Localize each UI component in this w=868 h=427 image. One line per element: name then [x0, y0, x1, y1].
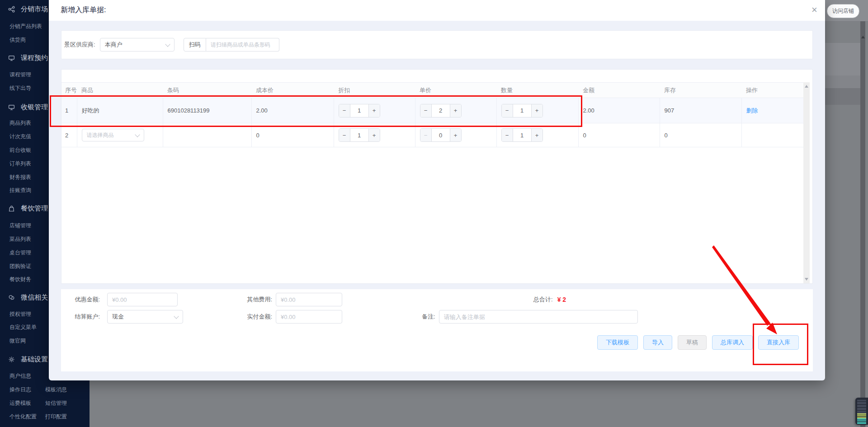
stepper-value[interactable]: 1 — [513, 129, 531, 141]
minus-button[interactable]: − — [339, 129, 350, 141]
scroll-up-icon[interactable] — [805, 85, 808, 88]
scroll-down-icon[interactable] — [805, 278, 808, 281]
delete-link[interactable]: 删除 — [746, 107, 758, 114]
sidebar-item-groupon-verify[interactable]: 团购验证 — [9, 263, 31, 270]
sidebar-section-catering[interactable]: 餐饮管理 — [8, 204, 48, 213]
product-select[interactable]: 请选择商品 — [82, 129, 144, 141]
plus-button[interactable]: + — [531, 129, 542, 141]
sidebar-item-dish-list[interactable]: 菜品列表 — [9, 235, 31, 243]
visit-shop-button[interactable]: 访问店铺 — [827, 4, 859, 18]
discount-stepper[interactable]: − 1 + — [339, 104, 380, 117]
remark-label: 备注: — [422, 313, 435, 321]
direct-inbound-button[interactable]: 直接入库 — [758, 335, 799, 350]
sidebar-item-product-list[interactable]: 商品列表 — [9, 119, 31, 127]
sidebar-section-label: 收银管理 — [21, 103, 48, 112]
minus-button[interactable]: − — [502, 129, 513, 141]
price-stepper[interactable]: − 2 + — [420, 104, 462, 117]
sidebar-section-wechat[interactable]: 微信相关 — [8, 293, 48, 302]
sidebar-item-catering-finance[interactable]: 餐饮财务 — [9, 276, 31, 283]
sidebar-item-custom-menu[interactable]: 自定义菜单 — [9, 324, 37, 331]
sidebar-item-finance-report[interactable]: 财务报表 — [9, 174, 31, 181]
remark-input[interactable] — [439, 310, 638, 324]
sidebar-section-settings[interactable]: 基础设置 — [8, 355, 48, 364]
minus-button[interactable]: − — [339, 104, 350, 117]
performance-widget-icon[interactable] — [855, 398, 868, 425]
modal-title: 新增入库单据: — [61, 5, 106, 15]
stepper-value[interactable]: 2 — [432, 104, 450, 117]
page-scrollbar[interactable] — [860, 21, 865, 427]
stepper-value[interactable]: 1 — [350, 129, 368, 141]
qty-stepper[interactable]: − 1 + — [501, 104, 543, 117]
discount-amount-input[interactable] — [107, 293, 178, 306]
sidebar-item-offline-export[interactable]: 线下出导 — [9, 84, 31, 92]
discount-amount-label: 优惠金额: — [67, 296, 100, 304]
plus-button[interactable]: + — [450, 104, 461, 117]
sidebar-item-sms-mgmt[interactable]: 短信管理 — [45, 399, 67, 407]
plus-button[interactable]: + — [368, 129, 380, 141]
plus-button[interactable]: + — [531, 104, 542, 117]
settle-account-select[interactable]: 现金 — [107, 310, 183, 324]
plus-button[interactable]: + — [368, 104, 380, 117]
sidebar-item-front-cashier[interactable]: 前台收银 — [9, 146, 31, 154]
sidebar-item-recharge[interactable]: 计次充值 — [9, 133, 31, 140]
widget-gray-bars — [857, 400, 866, 413]
cell-product: 好吃的 — [77, 98, 163, 123]
sidebar-item-print-config[interactable]: 打印配置 — [45, 413, 67, 420]
scroll-up-icon[interactable] — [861, 36, 865, 38]
table-row: 1 好吃的 6901028113199 2.00 − 1 + − — [61, 98, 803, 123]
product-select-placeholder: 请选择商品 — [87, 131, 114, 139]
stepper-value[interactable]: 1 — [513, 104, 531, 117]
sidebar-item-auth-mgmt[interactable]: 授权管理 — [9, 310, 31, 318]
cashier-icon — [8, 104, 15, 111]
close-icon[interactable]: × — [811, 4, 817, 16]
widget-teal-bars — [857, 418, 866, 425]
sidebar-item-distribution-products[interactable]: 分销产品列表 — [9, 23, 42, 30]
share-icon — [8, 6, 15, 13]
paid-amount-input[interactable] — [276, 310, 342, 324]
sidebar-section-label: 微信相关 — [21, 293, 48, 302]
sidebar-item-template-message[interactable]: 模板消息 — [45, 386, 67, 393]
stepper-value[interactable]: 0 — [432, 129, 450, 141]
price-stepper[interactable]: − 0 + — [420, 128, 462, 142]
sidebar-item-order-list[interactable]: 订单列表 — [9, 160, 31, 167]
plus-button[interactable]: + — [450, 129, 461, 141]
sidebar-item-course-mgmt[interactable]: 课程管理 — [9, 71, 31, 78]
sidebar-item-micro-site[interactable]: 微官网 — [9, 337, 26, 344]
sidebar-item-suppliers[interactable]: 供货商 — [9, 36, 26, 43]
download-template-button[interactable]: 下载模板 — [597, 335, 638, 350]
col-header-discount: 折扣 — [334, 83, 415, 98]
sidebar-section-label: 基础设置 — [21, 355, 48, 364]
minus-button[interactable]: − — [502, 104, 513, 117]
other-fee-input[interactable] — [276, 293, 342, 306]
discount-stepper[interactable]: − 1 + — [339, 128, 380, 142]
col-header-product: 商品 — [77, 83, 163, 98]
cell-stock: 0 — [660, 123, 741, 147]
scan-code-button[interactable]: 扫码 — [184, 38, 206, 52]
cell-amount: 0 — [578, 123, 660, 147]
sidebar-item-operation-log[interactable]: 操作日志 — [9, 386, 31, 393]
sidebar-item-merchant-info[interactable]: 商户信息 — [9, 372, 31, 380]
screen: 访问店铺 分销市场 分销产品列表 供货商 课程预约 课程管理 线下出导 收银管理… — [0, 0, 868, 427]
table-header-row: 序号 商品 条码 成本价 折扣 单价 数量 金额 库存 操作 — [61, 83, 803, 98]
sidebar-section-distribution[interactable]: 分销市场 — [8, 5, 48, 14]
col-header-qty: 数量 — [496, 83, 578, 98]
stepper-value[interactable]: 1 — [350, 104, 368, 117]
sidebar-item-credit-query[interactable]: 挂账查询 — [9, 187, 31, 194]
sidebar-item-shop-mgmt[interactable]: 店铺管理 — [9, 222, 31, 229]
scan-barcode-input[interactable] — [206, 38, 279, 52]
sidebar-section-cashier[interactable]: 收银管理 — [8, 103, 48, 112]
sidebar-item-personalize-config[interactable]: 个性化配置 — [9, 413, 37, 420]
warehouse-transfer-in-button[interactable]: 总库调入 — [712, 335, 753, 350]
sidebar-item-table-mgmt[interactable]: 桌台管理 — [9, 249, 31, 256]
table-scrollbar[interactable] — [803, 82, 810, 283]
import-button[interactable]: 导入 — [643, 335, 672, 350]
dimmed-content-block — [825, 75, 860, 88]
draft-button[interactable]: 草稿 — [678, 335, 707, 350]
qty-stepper[interactable]: − 1 + — [501, 128, 543, 142]
sidebar-item-freight-template[interactable]: 运费模板 — [9, 399, 31, 407]
sidebar-section-courses[interactable]: 课程预约 — [8, 53, 48, 62]
summary-card: 优惠金额: 其他费用: 总合计: ¥ 2 结算账户: 现金 实付金额: — [61, 289, 813, 371]
minus-button[interactable]: − — [420, 104, 432, 117]
modal-header: 新增入库单据: × — [49, 0, 825, 21]
supplier-select[interactable]: 本商户 — [100, 38, 175, 52]
